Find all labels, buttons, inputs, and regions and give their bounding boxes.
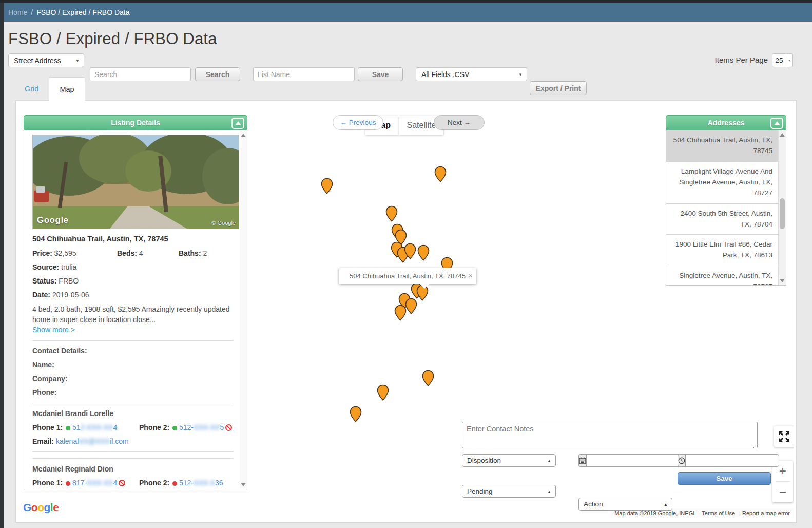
map-marker[interactable] bbox=[394, 305, 407, 321]
do-not-call-icon bbox=[119, 480, 125, 486]
map-marker[interactable] bbox=[385, 205, 398, 222]
scroll-up-icon[interactable] bbox=[241, 134, 246, 137]
search-button[interactable]: Search bbox=[195, 67, 240, 81]
contact-block: Mcdaniel Brandi LorellePhone 1: 512-XXX-… bbox=[32, 403, 234, 452]
listing-details-title: Listing Details bbox=[111, 119, 160, 127]
address-item[interactable]: 1900 Little Elm Trail #86, Cedar Park, T… bbox=[666, 235, 786, 266]
addresses-title: Addresses bbox=[708, 119, 745, 127]
do-not-call-icon bbox=[225, 424, 232, 431]
listing-details-header[interactable]: Listing Details bbox=[24, 115, 247, 130]
addresses-panel: 504 Chihuahua Trail, Austin, TX, 78745La… bbox=[666, 130, 786, 286]
action-select-value: Action bbox=[584, 500, 603, 508]
contact-notes-textarea[interactable] bbox=[462, 422, 758, 448]
phone-number-link[interactable]: 817-XXX-XX4 bbox=[72, 479, 117, 487]
breadcrumb-separator: / bbox=[31, 8, 33, 16]
contact-block: Mcdaniel Reginald DionPhone 1: 817-XXX-X… bbox=[32, 458, 234, 489]
scrollbar-thumb[interactable] bbox=[780, 198, 785, 229]
phone-status-dot bbox=[66, 426, 70, 430]
beds-value: 4 bbox=[139, 249, 143, 257]
listing-panel-scrollbar[interactable] bbox=[240, 131, 247, 488]
close-icon[interactable]: × bbox=[468, 272, 473, 279]
fullscreen-button[interactable] bbox=[774, 426, 794, 447]
baths-label: Baths: bbox=[179, 249, 201, 257]
date-input[interactable] bbox=[586, 454, 680, 467]
phone-number-link[interactable]: 512-XXX-X36 bbox=[179, 479, 223, 487]
disposition-select[interactable]: Disposition ▲ bbox=[462, 454, 556, 467]
disposition-select-value: Disposition bbox=[467, 457, 501, 464]
address-item[interactable]: 2400 South 5th Street, Austin, TX, 78704 bbox=[666, 204, 786, 235]
report-map-error-link[interactable]: Report a map error bbox=[742, 510, 790, 516]
phone-number-link[interactable]: 512-XXX-XX4 bbox=[72, 423, 117, 431]
addresses-scrollbar[interactable] bbox=[778, 130, 786, 285]
contact-name-label: Name: bbox=[32, 361, 234, 369]
breadcrumb: Home / FSBO / Expired / FRBO Data bbox=[0, 3, 812, 22]
search-field-select[interactable]: Street Address ▼ bbox=[8, 53, 84, 67]
collapse-panel-icon[interactable] bbox=[231, 118, 244, 129]
beds-label: Beds: bbox=[117, 249, 137, 257]
map-marker[interactable] bbox=[404, 243, 416, 259]
show-more-link[interactable]: Show more > bbox=[32, 326, 75, 334]
save-notes-button[interactable]: Save bbox=[678, 472, 771, 485]
action-select[interactable]: Action ▲ bbox=[578, 498, 672, 511]
map-marker[interactable] bbox=[434, 166, 447, 182]
search-input[interactable] bbox=[90, 67, 191, 81]
photo-google-watermark: Google bbox=[37, 215, 69, 225]
scroll-up-icon[interactable] bbox=[780, 133, 785, 137]
date-label: Date: bbox=[32, 291, 50, 299]
map-marker[interactable] bbox=[422, 370, 434, 386]
calendar-icon bbox=[578, 454, 586, 467]
zoom-out-button[interactable]: − bbox=[772, 482, 793, 502]
export-format-select[interactable]: All Fields .CSV ▼ bbox=[416, 67, 527, 81]
scroll-down-icon[interactable] bbox=[780, 279, 785, 282]
contact-email-link[interactable]: kalenalXX@XXXil.com bbox=[56, 437, 129, 445]
address-item[interactable]: Singletree Avenue, Austin, TX, 78727 bbox=[666, 266, 786, 286]
source-label: Source: bbox=[32, 263, 59, 271]
chevron-up-icon: ▲ bbox=[547, 458, 551, 463]
toolbar: Street Address ▼ Search Save All Fields … bbox=[0, 53, 812, 68]
time-input[interactable] bbox=[685, 454, 779, 467]
contact-phone2: Phone 2: 512-XXX-XX5 bbox=[139, 423, 234, 431]
previous-page-button[interactable]: ← Previous bbox=[333, 115, 383, 130]
list-name-input[interactable] bbox=[253, 67, 355, 81]
next-page-button[interactable]: Next → bbox=[434, 115, 485, 130]
textarea-resize-handle[interactable] bbox=[753, 444, 758, 448]
terms-of-use-link[interactable]: Terms of Use bbox=[702, 510, 735, 516]
phone-number-link[interactable]: 512-XXX-XX5 bbox=[179, 423, 224, 431]
date-value: 2019-05-06 bbox=[52, 291, 89, 299]
export-print-button[interactable]: Export / Print bbox=[530, 81, 587, 95]
map-marker[interactable] bbox=[321, 178, 333, 194]
address-item[interactable]: 504 Chihuahua Trail, Austin, TX, 78745 bbox=[666, 130, 786, 162]
date-input-group bbox=[578, 454, 672, 467]
google-logo-letter: o bbox=[31, 501, 37, 514]
addresses-header[interactable]: Addresses bbox=[666, 115, 786, 130]
map-marker[interactable] bbox=[405, 298, 417, 314]
breadcrumb-home-link[interactable]: Home bbox=[8, 8, 27, 16]
tab-map[interactable]: Map bbox=[49, 77, 85, 101]
address-item[interactable]: Lamplight Village Avenue And Singletree … bbox=[666, 162, 786, 204]
phone-status-dot bbox=[66, 481, 70, 486]
phone-status-dot bbox=[172, 426, 177, 430]
listing-description: 4 bed, 2.0 bath, 1908 sqft, $2,595 Amazi… bbox=[32, 305, 234, 325]
google-logo-letter: e bbox=[53, 501, 59, 514]
baths-value: 2 bbox=[203, 249, 207, 257]
listing-photo[interactable]: Google © Google bbox=[32, 135, 239, 229]
chevron-down-icon: ▼ bbox=[518, 72, 523, 77]
breadcrumb-current: FSBO / Expired / FRBO Data bbox=[36, 8, 129, 16]
google-logo-letter: G bbox=[23, 501, 31, 514]
map-marker[interactable] bbox=[417, 244, 430, 261]
map-marker[interactable] bbox=[377, 384, 389, 401]
contact-name: Mcdaniel Reginald Dion bbox=[32, 465, 234, 473]
scroll-down-icon[interactable] bbox=[241, 483, 246, 486]
zoom-control: + − bbox=[772, 461, 793, 502]
items-per-page-select[interactable]: 25 ▼ bbox=[772, 53, 793, 67]
export-format-select-value: All Fields .CSV bbox=[421, 70, 469, 79]
chevron-up-icon: ▲ bbox=[547, 489, 551, 494]
collapse-panel-icon[interactable] bbox=[770, 118, 783, 129]
map-marker[interactable] bbox=[350, 406, 362, 422]
pending-select[interactable]: Pending ▲ bbox=[462, 485, 556, 498]
save-list-button[interactable]: Save bbox=[358, 67, 403, 81]
map-info-window: 504 Chihuahua Trail, Austin, TX, 78745 × bbox=[339, 268, 476, 284]
tab-grid[interactable]: Grid bbox=[14, 77, 49, 101]
listing-details-panel: Google © Google 504 Chihuahua Trail, Aus… bbox=[24, 130, 247, 489]
photo-copyright: © Google bbox=[211, 220, 236, 226]
